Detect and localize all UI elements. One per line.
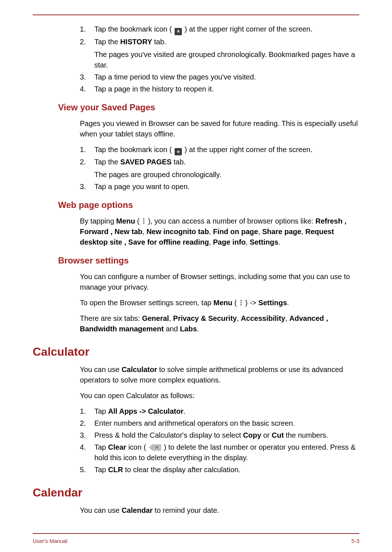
history-steps: 1. Tap the bookmark icon ( ★ ) at the up… [80, 24, 359, 94]
list-item: 1. Tap the bookmark icon ( ★ ) at the up… [80, 24, 359, 35]
list-item: 2. Tap the HISTORY tab. The pages you've… [80, 37, 359, 70]
list-item: 2. Enter numbers and arithmetical operat… [80, 418, 359, 429]
list-item: 2. Tap the SAVED PAGES tab. The pages ar… [80, 157, 359, 180]
calc-p1: You can use Calculator to solve simple a… [80, 364, 359, 385]
list-item: 4. Tap Clear icon ( ) to delete the last… [80, 442, 359, 463]
calendar-p1: You can use Calendar to remind your date… [80, 505, 359, 516]
menu-icon [240, 299, 242, 306]
list-item: 5. Tap CLR to clear the display after ca… [80, 465, 359, 475]
menu-icon [142, 217, 145, 225]
bookmark-icon: ★ [175, 148, 182, 155]
heading-web-page-options: Web page options [58, 200, 359, 210]
list-item: 3. Press & hold the Calculator's display… [80, 430, 359, 441]
browser-p1: You can configure a number of Browser se… [80, 271, 359, 293]
list-item: 1. Tap the bookmark icon ( ★ ) at the up… [80, 144, 359, 156]
heading-browser-settings: Browser settings [58, 255, 359, 266]
clear-icon [149, 444, 161, 451]
browser-p3: There are six tabs: General, Privacy & S… [80, 313, 359, 334]
bookmark-icon: ★ [175, 28, 182, 35]
browser-p2: To open the Browser settings screen, tap… [80, 298, 359, 308]
saved-intro: Pages you viewed in Browser can be saved… [80, 118, 359, 139]
list-item: 1. Tap All Apps -> Calculator. [80, 406, 359, 417]
list-item: 4. Tap a page in the history to reopen i… [80, 84, 359, 94]
bottom-rule [33, 533, 359, 534]
top-rule [33, 15, 359, 15]
calc-steps: 1. Tap All Apps -> Calculator. 2. Enter … [80, 406, 359, 475]
footer: User's Manual 5-3 [33, 538, 359, 544]
heading-calendar: Calendar [33, 486, 359, 499]
heading-saved-pages: View your Saved Pages [58, 102, 359, 113]
saved-steps: 1. Tap the bookmark icon ( ★ ) at the up… [80, 144, 359, 192]
footer-right: 5-3 [351, 538, 359, 544]
calc-p2: You can open Calculator as follows: [80, 391, 359, 401]
list-item: 3. Tap a page you want to open. [80, 181, 359, 192]
heading-calculator: Calculator [33, 345, 359, 359]
footer-left: User's Manual [33, 538, 67, 544]
list-item: 3. Tap a time period to view the pages y… [80, 72, 359, 82]
webopt-text: By tapping Menu ( ), you can access a nu… [80, 216, 359, 248]
